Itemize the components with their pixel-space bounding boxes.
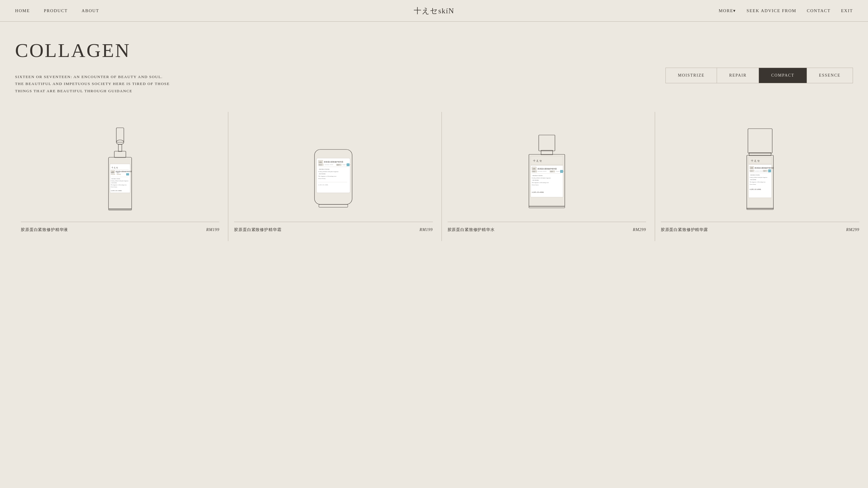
filter-section: MOISTRIZE REPAIR COMPACT ESSENCE — [665, 68, 853, 83]
svg-rect-83 — [768, 169, 771, 172]
svg-text:flower honey: flower honey — [750, 184, 756, 185]
svg-text:195: 195 — [750, 167, 753, 169]
brand-logo[interactable]: 十えセskíN — [414, 7, 454, 15]
nav-contact[interactable]: CONTACT — [807, 8, 830, 13]
main-content: COLLAGEN SIXTEEN OR SEVENTEEN: AN ENCOUN… — [0, 22, 868, 95]
svg-text:Gently polished with plant fra: Gently polished with plant fragrance — [532, 177, 551, 178]
tab-moistrize[interactable]: MOISTRIZE — [666, 68, 717, 83]
product-item-3[interactable]: 十えセ 195 胶原蛋白紧致修护精华霜 保湿 moisturize ★★★ 修护… — [442, 112, 655, 241]
products-section: 十えセ 195 胶原蛋白紧致修护精华霜 保湿 修护 · INSTRUCTIONS… — [0, 95, 868, 258]
svg-rect-35 — [347, 163, 349, 166]
svg-text:胶原蛋白紧致修护精华霜: 胶原蛋白紧致修护精华霜 — [537, 168, 557, 170]
svg-text:胶原蛋白紧致修护精华霜: 胶原蛋白紧致修护精华霜 — [324, 161, 343, 163]
tab-essence[interactable]: ESSENCE — [807, 68, 852, 83]
svg-text:胶原蛋白紧致修护精华霜: 胶原蛋白紧致修护精华霜 — [754, 167, 774, 169]
svg-text:保湿: 保湿 — [111, 172, 114, 173]
svg-rect-15 — [126, 173, 129, 175]
svg-text:195: 195 — [319, 161, 322, 163]
svg-rect-60 — [560, 170, 563, 173]
product-info-3: 胶原蛋白紧致修护精华水 RM299 — [447, 222, 646, 232]
svg-text:· INSTRUCTIONS: · INSTRUCTIONS — [318, 168, 330, 170]
svg-text:修护: 修护 — [550, 170, 553, 172]
nav-more[interactable]: MORE▾ — [719, 8, 736, 13]
svg-text:4.22FL.OZ  e30ML: 4.22FL.OZ e30ML — [750, 189, 761, 190]
navigation: HOME PRODUCT ABOUT 十えセskíN MORE▾ SEEK AD… — [0, 0, 868, 22]
svg-text:十えセ: 十えセ — [112, 166, 118, 169]
svg-text:195: 195 — [532, 168, 535, 170]
nav-left: HOME PRODUCT ABOUT — [15, 8, 99, 13]
product-info-2: 胶原蛋白紧致修护精华霜 RM199 — [234, 222, 433, 232]
svg-text:十えセ: 十えセ — [533, 159, 542, 162]
product-illustration-1: 十えセ 195 胶原蛋白紧致修护精华霜 保湿 修护 · INSTRUCTIONS… — [21, 118, 219, 216]
svg-text:4.22FL.OZ  e30ML: 4.22FL.OZ e30ML — [532, 191, 544, 193]
product-name-2: 胶原蛋白紧致修护精华霜 — [234, 227, 281, 232]
product-info-1: 胶原蛋白紧致修护精华液 RM199 — [21, 222, 219, 232]
svg-text:· FICTIONS: · FICTIONS — [532, 180, 539, 181]
svg-text:moisturize ★★★: moisturize ★★★ — [755, 170, 764, 172]
product-item-4[interactable]: 十えセ 195 胶原蛋白紧致修护精华霜 保湿 moisturize ★★★ 修护 — [655, 112, 868, 241]
product-price-2: RM199 — [420, 228, 433, 232]
product-price-1: RM199 — [206, 228, 219, 232]
svg-text:· INSTRUCTIONS: · INSTRUCTIONS — [532, 175, 542, 176]
filter-tabs: MOISTRIZE REPAIR COMPACT ESSENCE — [665, 68, 853, 83]
svg-text:The fragrance of blooming rose: The fragrance of blooming roses — [318, 175, 337, 177]
product-illustration-4: 十えセ 195 胶原蛋白紧致修护精华霜 保湿 moisturize ★★★ 修护 — [661, 118, 859, 216]
product-item-1[interactable]: 十えセ 195 胶原蛋白紧致修护精华霜 保湿 修护 · INSTRUCTIONS… — [15, 112, 228, 241]
svg-text:· INSTRUCTIONS: · INSTRUCTIONS — [111, 178, 120, 180]
nav-right: MORE▾ SEEK ADVICE FROM CONTACT EXIT — [719, 8, 853, 13]
svg-text:Gently polished with plant fra: Gently polished with plant fragrance — [318, 171, 339, 172]
svg-text:flower honey: flower honey — [318, 178, 326, 179]
svg-text:The fragrance of blooming rose: The fragrance of blooming roses — [750, 181, 766, 183]
svg-rect-13 — [117, 174, 121, 175]
nav-center: 十えセskíN — [414, 6, 454, 16]
svg-rect-45 — [539, 135, 555, 151]
nav-home[interactable]: HOME — [15, 8, 30, 13]
tab-repair[interactable]: REPAIR — [717, 68, 759, 83]
nav-about[interactable]: ABOUT — [82, 8, 99, 13]
nav-exit[interactable]: EXIT — [841, 8, 853, 13]
svg-text:4.22FL.OZ  e30ML: 4.22FL.OZ e30ML — [318, 184, 329, 186]
svg-text:The fragrance of blooming rose: The fragrance of blooming roses — [532, 182, 549, 183]
nav-product[interactable]: PRODUCT — [44, 8, 68, 13]
svg-text:修护: 修护 — [337, 164, 340, 166]
product-item-2[interactable]: 195 胶原蛋白紧致修护精华霜 保湿 moisturize ★★★ 修护 Rep… — [228, 112, 441, 241]
svg-text:flower honey: flower honey — [111, 186, 118, 188]
svg-text:· FICTIONS: · FICTIONS — [111, 182, 117, 184]
product-name-1: 胶原蛋白紧致修护精华液 — [21, 227, 68, 232]
svg-text:· FICTIONS: · FICTIONS — [750, 179, 756, 181]
svg-text:· FICTIONS: · FICTIONS — [318, 173, 326, 174]
svg-text:moisturize ★★★: moisturize ★★★ — [538, 170, 547, 172]
svg-text:Gently polished with plant fra: Gently polished with plant fragrance — [750, 176, 768, 178]
svg-rect-69 — [748, 129, 772, 153]
svg-text:保湿: 保湿 — [319, 164, 322, 166]
product-illustration-3: 十えセ 195 胶原蛋白紧致修护精华霜 保湿 moisturize ★★★ 修护… — [447, 118, 646, 216]
svg-text:保湿: 保湿 — [532, 171, 535, 172]
svg-rect-3 — [114, 151, 126, 158]
product-price-4: RM299 — [846, 228, 859, 232]
svg-text:4.22FL.OZ  e30ML: 4.22FL.OZ e30ML — [111, 190, 122, 191]
svg-text:flower honey: flower honey — [532, 184, 539, 186]
product-info-4: 胶原蛋白紧致修护精华露 RM299 — [661, 222, 859, 232]
svg-text:· INSTRUCTIONS: · INSTRUCTIONS — [750, 174, 760, 176]
product-name-4: 胶原蛋白紧致修护精华露 — [661, 227, 708, 232]
page-description: SIXTEEN OR SEVENTEEN: AN ENCOUNTER OF BE… — [15, 73, 170, 95]
svg-text:Gently polished with plant fra: Gently polished with plant fragrance — [111, 180, 129, 182]
svg-text:修护: 修护 — [764, 170, 766, 172]
nav-seek-advice[interactable]: SEEK ADVICE FROM — [746, 8, 796, 13]
svg-rect-7 — [111, 169, 129, 170]
svg-text:保湿: 保湿 — [750, 170, 752, 172]
svg-text:moisturize ★★★: moisturize ★★★ — [324, 164, 333, 165]
svg-rect-2 — [118, 144, 122, 152]
svg-rect-44 — [319, 204, 348, 207]
product-illustration-2: 195 胶原蛋白紧致修护精华霜 保湿 moisturize ★★★ 修护 Rep… — [234, 118, 433, 216]
product-name-3: 胶原蛋白紧致修护精华水 — [447, 227, 495, 232]
page-title: COLLAGEN — [15, 39, 853, 62]
tab-compact[interactable]: COMPACT — [759, 68, 807, 83]
product-price-3: RM299 — [633, 228, 646, 232]
svg-text:The fragrance of blooming rose: The fragrance of blooming roses — [111, 184, 127, 186]
svg-text:十えセ: 十えセ — [751, 159, 761, 162]
svg-text:修护: 修护 — [117, 172, 120, 173]
svg-rect-11 — [111, 174, 115, 175]
